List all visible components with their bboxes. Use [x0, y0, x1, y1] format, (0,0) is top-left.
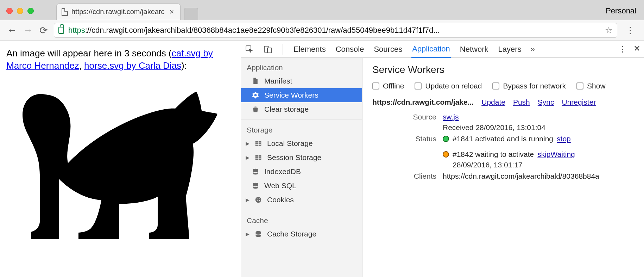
devtools-tabbar: Elements Console Sources Application Net…	[241, 41, 644, 58]
file-icon	[62, 8, 68, 16]
sidebar-item-indexeddb[interactable]: IndexedDB	[241, 165, 362, 179]
database-icon	[252, 168, 259, 175]
forward-button[interactable]: →	[23, 25, 33, 36]
trash-icon	[252, 106, 259, 113]
checkbox-label: Update on reload	[425, 82, 482, 90]
sidebar-item-session-storage[interactable]: ▶ Session Storage	[241, 150, 362, 165]
offline-checkbox[interactable]: Offline	[372, 82, 404, 90]
sw-stop-link[interactable]: stop	[557, 135, 571, 143]
page-intro: An image will appear here in 3 seconds (…	[6, 47, 234, 72]
update-on-reload-checkbox[interactable]: Update on reload	[415, 82, 482, 90]
cookie-icon	[254, 196, 262, 203]
tab-sources[interactable]: Sources	[373, 41, 403, 57]
sw-origin: https://cdn.rawgit.com/jake...	[372, 98, 474, 106]
sw-clients-row: Clients https://cdn.rawgit.com/jakearchi…	[372, 172, 634, 180]
sidebar-item-manifest[interactable]: Manifest	[241, 74, 362, 88]
zoom-window-button[interactable]	[27, 8, 34, 14]
toolbar: ← → ⟳ https://cdn.rawgit.com/jakearchiba…	[0, 20, 644, 41]
bypass-for-network-checkbox[interactable]: Bypass for network	[492, 82, 566, 90]
devtools-panel: Elements Console Sources Application Net…	[241, 41, 644, 277]
sw-status-row: Status #1841 activated and is running st…	[372, 135, 634, 169]
url-scheme: https	[68, 26, 85, 35]
sidebar-item-label: Service Workers	[264, 91, 318, 99]
devtools-close-button[interactable]	[633, 45, 640, 54]
tab-application[interactable]: Application	[411, 41, 451, 58]
show-all-checkbox[interactable]: Show	[576, 82, 606, 90]
url-host-path: ://cdn.rawgit.com/jakearchibald/80368b84…	[85, 26, 440, 35]
inspect-element-icon[interactable]	[245, 44, 254, 54]
bookmark-star-icon[interactable]: ☆	[605, 25, 613, 35]
sidebar-group-title: Application	[241, 60, 362, 74]
intro-text-1: An image will appear here in 3 seconds (	[6, 48, 172, 59]
sidebar-item-label: Manifest	[264, 77, 292, 85]
sw-skipwaiting-link[interactable]: skipWaiting	[537, 150, 575, 159]
device-toggle-icon[interactable]	[263, 44, 273, 54]
sidebar-item-local-storage[interactable]: ▶ Local Storage	[241, 136, 362, 150]
browser-tab[interactable]: https://cdn.rawgit.com/jakearc ×	[56, 4, 181, 20]
sidebar-item-websql[interactable]: Web SQL	[241, 179, 362, 193]
row-label: Source	[372, 113, 443, 132]
chevron-right-icon: ▶	[245, 197, 250, 203]
close-window-button[interactable]	[6, 8, 13, 14]
minimize-window-button[interactable]	[17, 8, 23, 14]
sidebar-item-cache-storage[interactable]: ▶ Cache Storage	[241, 227, 362, 241]
intro-text-2: ):	[181, 60, 187, 71]
status-indicator-waiting-icon	[443, 151, 449, 158]
close-tab-button[interactable]: ×	[168, 7, 176, 17]
sidebar-item-label: Web SQL	[264, 181, 296, 190]
divider	[283, 44, 283, 55]
tab-network[interactable]: Network	[459, 41, 489, 57]
back-button[interactable]: ←	[7, 25, 17, 36]
gear-icon	[252, 92, 259, 99]
new-tab-button[interactable]	[184, 8, 198, 20]
sw-source-received: Received 28/09/2016, 13:01:04	[443, 123, 634, 132]
chevron-right-icon: ▶	[245, 155, 250, 160]
page-viewport: An image will appear here in 3 seconds (…	[0, 41, 241, 277]
sw-unregister-link[interactable]: Unregister	[562, 98, 596, 106]
sidebar-item-label: Local Storage	[267, 139, 313, 148]
checkbox-label: Bypass for network	[503, 82, 566, 90]
sidebar-item-label: Cookies	[267, 196, 294, 204]
row-label: Clients	[372, 172, 443, 180]
profile-label[interactable]: Personal	[606, 6, 636, 16]
sw-source-link[interactable]: sw.js	[443, 113, 459, 121]
sw-sync-link[interactable]: Sync	[538, 98, 554, 106]
tab-layers[interactable]: Layers	[497, 41, 522, 57]
database-icon	[252, 182, 259, 189]
devtools-menu-button[interactable]: ⋮	[619, 45, 626, 54]
checkbox-label: Show	[587, 82, 606, 90]
chevron-right-icon: ▶	[245, 141, 250, 146]
reload-button[interactable]: ⟳	[39, 25, 48, 36]
sidebar-item-label: Cache Storage	[267, 230, 316, 238]
browser-menu-button[interactable]: ⋮	[624, 25, 637, 36]
sw-update-link[interactable]: Update	[481, 98, 505, 106]
sw-status-time: 28/09/2016, 13:01:17	[453, 161, 634, 169]
sidebar-item-cookies[interactable]: ▶ Cookies	[241, 193, 362, 207]
tab-console[interactable]: Console	[335, 41, 365, 57]
tabs-overflow-button[interactable]: »	[531, 45, 535, 54]
svg-point-8	[255, 197, 261, 203]
sidebar-group-title: Cache	[241, 213, 362, 227]
panel-title: Service Workers	[372, 64, 634, 75]
application-sidebar: Application Manifest Service Workers Cle…	[241, 58, 362, 277]
sidebar-item-label: Session Storage	[267, 153, 321, 162]
checkbox-label: Offline	[383, 82, 404, 90]
sidebar-item-label: Clear storage	[264, 105, 309, 113]
sidebar-item-clear-storage[interactable]: Clear storage	[241, 102, 362, 116]
sw-push-link[interactable]: Push	[513, 98, 530, 106]
grid-icon	[254, 154, 262, 161]
cat-image	[6, 73, 217, 242]
window-controls	[6, 8, 34, 14]
sw-status-text: #1842 waiting to activate	[453, 150, 534, 159]
sw-origin-row: https://cdn.rawgit.com/jake... Update Pu…	[372, 98, 634, 106]
svg-point-11	[257, 200, 258, 201]
sidebar-item-label: IndexedDB	[264, 167, 301, 176]
grid-icon	[254, 140, 262, 147]
sidebar-item-service-workers[interactable]: Service Workers	[241, 88, 362, 102]
tabstrip: https://cdn.rawgit.com/jakearc × Persona…	[0, 0, 644, 20]
address-bar[interactable]: https://cdn.rawgit.com/jakearchibald/803…	[54, 23, 617, 38]
status-indicator-running-icon	[443, 136, 449, 142]
service-workers-panel: Service Workers Offline Update on reload…	[362, 58, 644, 277]
tab-elements[interactable]: Elements	[293, 41, 327, 57]
link-horse-svg[interactable]: horse.svg by Carla Dias	[84, 60, 181, 71]
